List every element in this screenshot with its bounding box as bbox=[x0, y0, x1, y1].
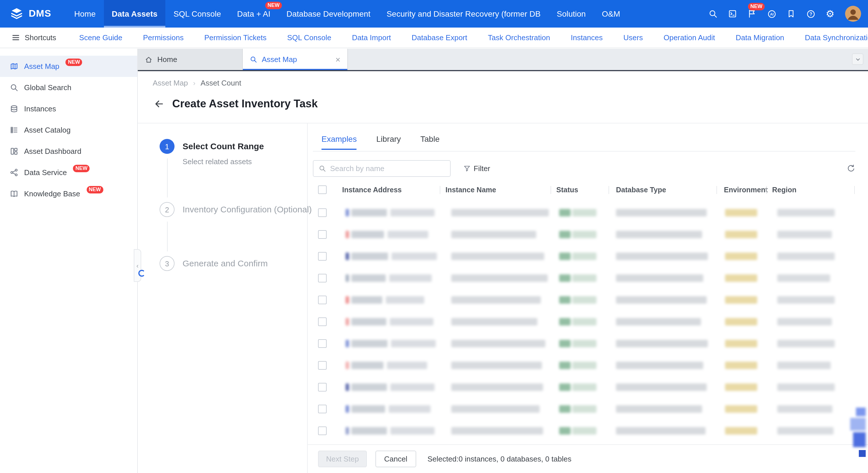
dashboard-icon bbox=[10, 147, 19, 156]
subnav-link-operation-audit[interactable]: Operation Audit bbox=[663, 33, 715, 42]
sidebar-item-instances[interactable]: Instances bbox=[0, 98, 137, 119]
table-toolbar: Filter bbox=[313, 160, 856, 177]
topnav-item-database-development[interactable]: Database Development bbox=[278, 0, 379, 28]
next-step-button[interactable]: Next Step bbox=[318, 451, 367, 467]
sidebar: Asset Map NEW Global Search Instances As… bbox=[0, 49, 138, 473]
workspace-tab-home[interactable]: Home bbox=[138, 49, 243, 70]
topnav-item-sql-console[interactable]: SQL Console bbox=[166, 0, 229, 28]
settings-gear-icon[interactable]: ⚙ bbox=[822, 6, 838, 22]
bookmark-icon[interactable] bbox=[783, 6, 799, 22]
wizard-footer: Next Step Cancel Selected:0 instances, 0… bbox=[308, 444, 868, 473]
column-divider bbox=[854, 186, 855, 194]
breadcrumb-asset-map[interactable]: Asset Map bbox=[153, 78, 188, 87]
step-label: Select Count Range bbox=[183, 139, 264, 154]
select-all-checkbox[interactable] bbox=[318, 185, 327, 194]
floating-widget[interactable] bbox=[850, 408, 866, 457]
brand[interactable]: DMS bbox=[0, 0, 66, 28]
step-number: 1 bbox=[160, 139, 175, 154]
redacted-row-content bbox=[313, 267, 856, 289]
hamburger-icon bbox=[11, 33, 20, 42]
col-instance-name: Instance Name bbox=[445, 186, 496, 194]
tab-list-dropdown[interactable] bbox=[852, 53, 863, 65]
table-row bbox=[313, 246, 856, 267]
sidebar-item-asset-dashboard[interactable]: Asset Dashboard bbox=[0, 140, 137, 162]
tab-examples[interactable]: Examples bbox=[321, 134, 357, 150]
col-instance-address: Instance Address bbox=[342, 186, 402, 194]
subnav-link-database-export[interactable]: Database Export bbox=[412, 33, 467, 42]
redacted-row-content bbox=[313, 398, 856, 420]
step-label: Inventory Configuration (Optional) bbox=[183, 202, 312, 217]
topnav-item-security-dr[interactable]: Security and Disaster Recovery (former D… bbox=[379, 0, 549, 28]
new-badge: NEW bbox=[73, 165, 90, 172]
sidebar-item-global-search[interactable]: Global Search bbox=[0, 77, 137, 98]
topnav-item-data-ai[interactable]: Data + AINEW bbox=[229, 0, 278, 28]
topnav-item-om[interactable]: O&M bbox=[594, 0, 628, 28]
map-icon bbox=[10, 62, 19, 71]
content-tabs: Examples Library Table bbox=[321, 134, 439, 150]
dms-logo-icon bbox=[9, 6, 24, 21]
tab-library[interactable]: Library bbox=[376, 134, 401, 150]
subnav-link-data-import[interactable]: Data Import bbox=[352, 33, 391, 42]
redacted-row-content bbox=[313, 224, 856, 246]
sidebar-item-asset-catalog[interactable]: Asset Catalog bbox=[0, 119, 137, 140]
redacted-row-content bbox=[313, 420, 856, 442]
subnav-link-permission-tickets[interactable]: Permission Tickets bbox=[205, 33, 267, 42]
floating-widget-blur bbox=[850, 408, 866, 447]
search-input[interactable] bbox=[330, 164, 445, 172]
home-icon bbox=[145, 55, 153, 63]
book-icon bbox=[10, 189, 19, 198]
workspace-tab-asset-map[interactable]: Asset Map × bbox=[243, 49, 348, 70]
breadcrumb-separator: › bbox=[193, 79, 195, 87]
search-box[interactable] bbox=[313, 160, 451, 177]
tab-table[interactable]: Table bbox=[421, 134, 440, 150]
loading-spinner-icon bbox=[138, 270, 145, 277]
help-icon[interactable]: ? bbox=[803, 6, 818, 22]
subnav-link-sql-console[interactable]: SQL Console bbox=[287, 33, 332, 42]
sidebar-collapse-handle[interactable]: ‹ bbox=[134, 249, 141, 282]
topnav-item-data-assets[interactable]: Data Assets bbox=[104, 0, 165, 28]
search-icon bbox=[250, 56, 257, 63]
database-icon bbox=[10, 104, 19, 113]
subnav-link-data-synchronization[interactable]: Data Synchronization bbox=[805, 33, 868, 42]
subnav-link-data-migration[interactable]: Data Migration bbox=[736, 33, 784, 42]
ai-assistant-icon[interactable]: AI bbox=[764, 6, 780, 22]
step-select-count-range: 1 Select Count Range Select related asse… bbox=[160, 139, 264, 166]
step-description: Select related assets bbox=[183, 157, 264, 166]
breadcrumb-current: Asset Count bbox=[200, 78, 241, 87]
refresh-icon[interactable] bbox=[847, 164, 856, 172]
top-menu: Home Data Assets SQL Console Data + AINE… bbox=[66, 0, 628, 28]
col-environment: Environment bbox=[724, 186, 768, 194]
console-doc-icon[interactable] bbox=[724, 6, 741, 22]
user-avatar[interactable] bbox=[845, 6, 861, 22]
step-number: 2 bbox=[160, 202, 175, 217]
table-header: Instance Address Instance Name Status Da… bbox=[313, 181, 856, 199]
subnav-link-users[interactable]: Users bbox=[623, 33, 643, 42]
subnav-link-instances[interactable]: Instances bbox=[571, 33, 603, 42]
sidebar-item-knowledge-base[interactable]: Knowledge Base NEW bbox=[0, 183, 137, 204]
column-divider bbox=[551, 186, 551, 194]
subnav-link-task-orchestration[interactable]: Task Orchestration bbox=[488, 33, 550, 42]
step-inventory-configuration: 2 Inventory Configuration (Optional) bbox=[160, 202, 312, 217]
step-generate-confirm: 3 Generate and Confirm bbox=[160, 256, 268, 271]
topnav-item-home[interactable]: Home bbox=[66, 0, 104, 28]
catalog-list-icon bbox=[10, 126, 19, 134]
close-tab-icon[interactable]: × bbox=[335, 55, 340, 64]
sidebar-item-asset-map[interactable]: Asset Map NEW bbox=[0, 56, 137, 77]
subnav-link-scene-guide[interactable]: Scene Guide bbox=[79, 33, 122, 42]
svg-text:AI: AI bbox=[770, 12, 773, 16]
table-row bbox=[313, 377, 856, 398]
topnav-item-solution[interactable]: Solution bbox=[549, 0, 594, 28]
shortcuts-toggle[interactable]: Shortcuts bbox=[11, 33, 56, 42]
cancel-button[interactable]: Cancel bbox=[375, 451, 416, 467]
notification-flag-icon[interactable]: NEW bbox=[744, 6, 760, 22]
subnav-link-permissions[interactable]: Permissions bbox=[143, 33, 184, 42]
top-navbar: DMS Home Data Assets SQL Console Data + … bbox=[0, 0, 868, 28]
step-connector bbox=[167, 222, 167, 251]
redacted-row-content bbox=[313, 202, 856, 224]
sidebar-item-data-service[interactable]: Data Service NEW bbox=[0, 162, 137, 183]
filter-button[interactable]: Filter bbox=[463, 164, 490, 172]
new-badge: NEW bbox=[66, 59, 82, 66]
back-arrow-icon[interactable] bbox=[154, 99, 164, 109]
search-icon[interactable] bbox=[705, 6, 721, 22]
redacted-row-content bbox=[313, 355, 856, 377]
